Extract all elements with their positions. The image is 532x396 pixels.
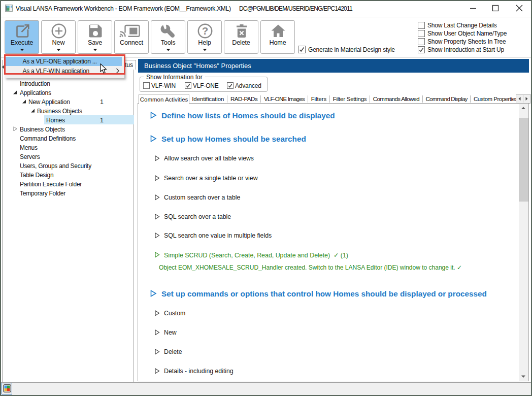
svg-text:?: ? bbox=[202, 25, 209, 37]
